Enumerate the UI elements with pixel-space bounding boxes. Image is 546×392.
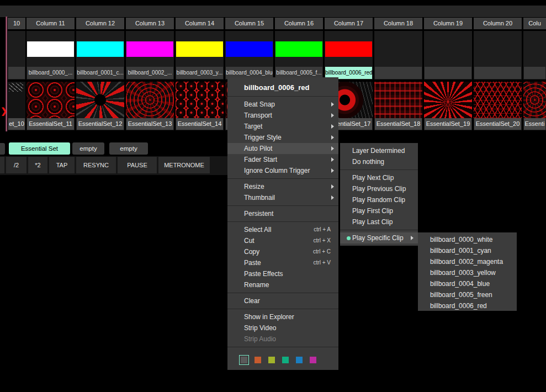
deck-tab-fragment[interactable]	[0, 143, 5, 155]
menu-item-strip-video[interactable]: Strip Video	[227, 322, 338, 333]
menu-item-select-all[interactable]: Select Allctrl + A	[227, 224, 338, 235]
menu-item-copy[interactable]: Copyctrl + C	[227, 246, 338, 257]
column-header-column-16[interactable]: Column 16	[275, 18, 323, 29]
essentialset-cell[interactable]: EssentialSet_19	[424, 82, 472, 130]
clip-label[interactable]: billboard_0000_...	[27, 67, 74, 79]
menu-item-play-random-clip[interactable]: Play Random Clip	[340, 194, 418, 205]
clip-cell[interactable]: billboard_0006_red	[325, 31, 373, 80]
clip-color-thumbnail[interactable]	[275, 41, 322, 57]
color-swatch-1[interactable]	[255, 357, 261, 363]
clip-color-thumbnail[interactable]	[27, 41, 74, 57]
clip-cell[interactable]: billboard_0002_...	[126, 31, 174, 80]
clip-thumbnail[interactable]	[374, 82, 422, 118]
color-swatch-2[interactable]	[268, 357, 275, 363]
menu-item-resize[interactable]: Resize	[227, 181, 338, 192]
clip-label[interactable]: EssentialSet_18	[375, 118, 422, 130]
menu-item-billboard-0006-red[interactable]: billboard_0006_red	[418, 300, 517, 311]
clip-label[interactable]	[474, 67, 521, 79]
menu-item-billboard-0002-magenta[interactable]: billboard_0002_magenta	[418, 256, 517, 267]
menu-item-billboard-0004-blue[interactable]: billboard_0004_blue	[418, 278, 517, 289]
column-header-column-11[interactable]: Column 11	[26, 18, 75, 29]
menu-item-do-nothing[interactable]: Do nothing	[340, 156, 418, 167]
menu-item-trigger-style[interactable]: Trigger Style	[227, 132, 338, 143]
clip-label[interactable]	[375, 67, 422, 79]
clip-label[interactable]: EssentialSet_12	[77, 118, 124, 130]
menu-item-auto-pilot[interactable]: Auto Pilot	[227, 143, 338, 154]
clip-cell[interactable]: billboard_0001_c...	[76, 31, 124, 80]
menu-item-rename[interactable]: Rename	[227, 279, 338, 290]
deck-tab-empty-2[interactable]: empty	[109, 142, 148, 155]
menu-item-target[interactable]: Target	[227, 121, 338, 132]
transport-button-resync[interactable]: RESYNC	[76, 157, 116, 173]
clip-label[interactable]: EssentialSet_11	[27, 118, 74, 130]
clip-cell[interactable]: billboard_0004_blue	[225, 31, 273, 80]
essentialset-cell[interactable]: EssentialSet_20	[474, 82, 522, 130]
column-header-column-14[interactable]: Column 14	[176, 18, 224, 29]
transport-button-tap[interactable]: TAP	[49, 157, 75, 173]
menu-item-beat-snap[interactable]: Beat Snap	[227, 99, 338, 110]
clip-thumbnail[interactable]	[424, 82, 472, 118]
color-swatch-0[interactable]	[241, 357, 247, 363]
column-header-column-17[interactable]: Column 17	[325, 18, 373, 29]
deck-tab-essential-set-0[interactable]: Essential Set	[9, 142, 70, 155]
column-header-column-12[interactable]: Column 12	[76, 18, 124, 29]
menu-item-fader-start[interactable]: Fader Start	[227, 154, 338, 165]
menu-item-billboard-0001-cyan[interactable]: billboard_0001_cyan	[418, 245, 517, 256]
essentialset-cell[interactable]: Essenti	[523, 82, 546, 130]
menu-item-play-specific-clip[interactable]: Play Specific Clip	[340, 232, 418, 243]
column-header-column-18[interactable]: Column 18	[374, 18, 422, 29]
color-swatch-3[interactable]	[282, 357, 289, 363]
transport-button-2[interactable]: *2	[28, 157, 47, 173]
transport-button-2[interactable]: /2	[6, 157, 26, 173]
clip-thumbnail[interactable]	[26, 82, 75, 118]
menu-item-paste[interactable]: Pastectrl + V	[227, 257, 338, 268]
column-header-column-19[interactable]: Column 19	[424, 18, 472, 29]
essentialset-cell[interactable]: EssentialSet_13	[126, 82, 174, 130]
column-header-column-13[interactable]: Column 13	[126, 18, 174, 29]
menu-item-play-last-clip[interactable]: Play Last Clip	[340, 216, 418, 227]
column-header-column-20[interactable]: Column 20	[474, 18, 522, 29]
clip-color-thumbnail[interactable]	[226, 41, 273, 57]
menu-item-paste-effects[interactable]: Paste Effects	[227, 268, 338, 279]
essentialset-cell[interactable]: EssentialSet_12	[76, 82, 124, 130]
essentialset-cell[interactable]: et_10	[8, 82, 25, 130]
essentialset-cell[interactable]: EssentialSet_11	[26, 82, 75, 130]
menu-item-layer-determined[interactable]: Layer Determined	[340, 145, 418, 156]
clip-label[interactable]: Essenti	[524, 118, 545, 130]
essentialset-cell[interactable]: EssentialSet_14	[176, 82, 224, 130]
clip-thumbnail[interactable]	[176, 82, 224, 118]
color-swatch-4[interactable]	[296, 357, 303, 363]
clip-cell[interactable]	[8, 31, 25, 80]
menu-item-play-first-clip[interactable]: Play First Clip	[340, 205, 418, 216]
clip-color-thumbnail[interactable]	[325, 41, 372, 57]
clip-cell[interactable]: billboard_0000_...	[26, 31, 75, 80]
menu-item-billboard-0003-yellow[interactable]: billboard_0003_yellow	[418, 267, 517, 278]
clip-cell[interactable]: billboard_0003_y...	[176, 31, 224, 80]
menu-item-play-next-clip[interactable]: Play Next Clip	[340, 172, 418, 183]
clip-label[interactable]	[8, 67, 25, 79]
column-header-10[interactable]: 10	[8, 18, 25, 29]
menu-item-billboard-0005-freen[interactable]: billboard_0005_freen	[418, 289, 517, 300]
menu-item-persistent[interactable]: Persistent	[227, 208, 338, 219]
clip-thumbnail[interactable]	[8, 82, 25, 118]
clip-label[interactable]: EssentialSet_13	[126, 118, 173, 130]
menu-item-thumbnail[interactable]: Thumbnail	[227, 192, 338, 203]
clip-label[interactable]	[524, 67, 545, 79]
clip-label[interactable]: et_10	[8, 118, 25, 130]
clip-label[interactable]: billboard_0002_...	[126, 67, 173, 79]
essentialset-cell[interactable]: EssentialSet_18	[374, 82, 422, 130]
menu-item-transport[interactable]: Transport	[227, 110, 338, 121]
transport-button-pause[interactable]: PAUSE	[118, 157, 157, 173]
clip-cell[interactable]	[374, 31, 422, 80]
clip-label[interactable]	[425, 67, 471, 79]
column-header-colu[interactable]: Colu	[523, 18, 546, 29]
color-swatch-5[interactable]	[310, 357, 316, 363]
clip-color-thumbnail[interactable]	[126, 41, 173, 57]
clip-cell[interactable]	[424, 31, 472, 80]
transport-button-metronome[interactable]: METRONOME	[158, 157, 210, 173]
clip-thumbnail[interactable]	[523, 82, 546, 118]
menu-item-show-in-explorer[interactable]: Show in Explorer	[227, 311, 338, 322]
clip-thumbnail[interactable]	[126, 82, 174, 118]
column-header-column-15[interactable]: Column 15	[225, 18, 273, 29]
clip-label[interactable]: EssentialSet_14	[176, 118, 223, 130]
